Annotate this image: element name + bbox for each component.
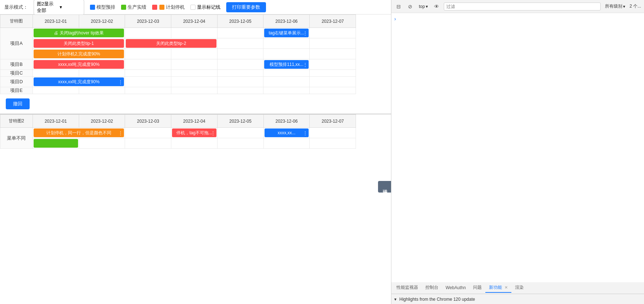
gantt2-table: 甘特图2 2023-12-01 2023-12-02 2023-12-03 20… <box>0 114 356 149</box>
tab-console[interactable]: 控制台 <box>422 283 442 293</box>
project-a-row1-col5[interactable]: tag右键菜单展示... ⋮ <box>263 28 310 38</box>
devtools-toolbar: ⊟ ⊘ top ▾ 👁 所有级别 ▾ 2 个... <box>391 0 644 13</box>
project-a-row1: 项目A 🖨 关闭tag的hover tip效果 <box>0 28 356 38</box>
devtools-tabs: 性能监视器 控制台 WebAuthn 问题 新功能 ✕ 渲染 <box>391 282 644 294</box>
project-a-blue-text: tag右键菜单展示... <box>269 30 304 36</box>
menu-orange-dots[interactable]: ⋮ <box>118 130 123 136</box>
project-b-col5[interactable]: 模型预排111,xx... ⋮ <box>263 59 310 70</box>
menu-row1-col4 <box>217 128 263 138</box>
menu-diff-row1: 菜单不同 计划停机，同一行，但是颜色不同 ⋮ 停机，tag不可拖... ⋮ <box>0 128 356 138</box>
project-a-red1-cell[interactable]: 关闭此类型tip-1 <box>33 38 125 49</box>
legend-planned-label: 计划停机 <box>166 4 185 10</box>
block-icon[interactable]: ⊘ <box>406 2 415 11</box>
project-b-col6 <box>310 59 356 70</box>
project-b-red-bar[interactable]: xxxx,xx吨,完成度90% <box>34 60 124 69</box>
gantt2-section: 甘特图2 2023-12-01 2023-12-02 2023-12-03 20… <box>0 114 391 149</box>
project-d-blue-text: xxxx,xx吨,完成度90% <box>58 79 100 85</box>
project-a-row2-col5 <box>263 38 310 49</box>
legend-mark-label: 显示标记线 <box>197 4 220 10</box>
legend-planned-red-box <box>152 5 157 10</box>
menu-row1-col3[interactable]: 停机，tag不可拖... ⋮ <box>171 128 218 138</box>
gantt2-date-3: 2023-12-04 <box>171 115 218 128</box>
filter-input[interactable] <box>444 3 601 10</box>
menu-blue-bar[interactable]: xxxx,xx... ⋮ <box>265 128 309 137</box>
project-b-col4 <box>217 59 263 70</box>
tab-issues[interactable]: 问题 <box>469 283 485 293</box>
project-a-red2-text: 关闭此类型tip-2 <box>156 41 186 47</box>
top-dropdown[interactable]: top ▾ <box>417 3 429 10</box>
project-c-col4 <box>217 70 263 77</box>
menu-diff-label: 菜单不同 <box>0 128 33 149</box>
project-b-menu-dots[interactable]: ⋮ <box>303 62 308 67</box>
gantt1-date-1: 2023-12-02 <box>79 15 125 28</box>
tab-render[interactable]: 渲染 <box>511 283 527 293</box>
top-chevron-icon: ▾ <box>426 4 428 9</box>
menu-blue-text: xxxx,xx... <box>278 130 295 135</box>
project-e-col1 <box>79 87 125 94</box>
tab-render-label: 渲染 <box>515 285 524 290</box>
toolbar: 显示模式： 图2显示全部 ▾ 模型预排 生产实绩 计划停机 显示标记线 打印重要… <box>0 0 391 14</box>
project-a-orange-bar[interactable]: 计划停机2,完成度90% <box>34 50 124 58</box>
gantt1-header: 甘特图 2023-12-01 2023-12-02 2023-12-03 202… <box>0 15 356 28</box>
expand-arrow-icon[interactable]: › <box>394 16 396 22</box>
menu-dots-icon[interactable]: ⋮ <box>303 30 308 36</box>
detail-panel-button[interactable]: 详细信息 <box>378 181 391 193</box>
undo-button[interactable]: 撤回 <box>6 98 30 109</box>
project-d-menu-dots[interactable]: ⋮ <box>118 79 123 85</box>
tab-webauthn[interactable]: WebAuthn <box>442 284 469 292</box>
menu-red-dots[interactable]: ⋮ <box>211 130 215 136</box>
panel-layout-icon[interactable]: ⊟ <box>394 2 403 11</box>
gantt2-date-2: 2023-12-03 <box>125 115 171 128</box>
tab-performance[interactable]: 性能监视器 <box>393 283 422 293</box>
project-b-row: 项目B xxxx,xx吨,完成度90% 模型预排111,xx... <box>0 59 356 70</box>
project-a-red2-cell[interactable]: 关闭此类型tip-2 <box>125 38 217 49</box>
project-a-red2-bar[interactable]: 关闭此类型tip-2 <box>126 39 216 48</box>
project-c-row: 项目C <box>0 70 356 77</box>
project-a-red1-bar[interactable]: 关闭此类型tip-1 <box>34 39 124 48</box>
gantt1-date-0: 2023-12-01 <box>33 15 79 28</box>
menu-row1-col5[interactable]: xxxx,xx... ⋮ <box>263 128 310 138</box>
project-a-orange-cell[interactable]: 计划停机2,完成度90% <box>33 49 125 59</box>
tab-console-label: 控制台 <box>425 285 438 290</box>
gantt2-date-1: 2023-12-02 <box>79 115 125 128</box>
project-d-label: 项目D <box>0 77 33 87</box>
gantt2-date-5: 2023-12-06 <box>263 115 310 128</box>
project-b-label: 项目B <box>0 59 33 70</box>
project-b-red-cell[interactable]: xxxx,xx吨,完成度90% <box>33 59 125 70</box>
menu-orange-cell[interactable]: 计划停机，同一行，但是颜色不同 ⋮ <box>33 128 125 138</box>
project-e-col4 <box>217 87 263 94</box>
menu-blue-dots[interactable]: ⋮ <box>303 130 308 136</box>
project-a-row3-col6 <box>310 49 356 59</box>
display-mode-select[interactable]: 图2显示全部 ▾ <box>34 0 84 15</box>
gantt1-title-cell: 甘特图 <box>0 15 33 28</box>
project-a-blue-bar[interactable]: tag右键菜单展示... ⋮ <box>264 29 309 37</box>
bottom-arrow-icon[interactable]: ▾ <box>394 297 396 302</box>
all-levels-button[interactable]: 所有级别 ▾ <box>604 3 627 10</box>
project-e-row: 项目E <box>0 87 356 94</box>
menu-green-bar[interactable] <box>34 139 78 148</box>
project-a-row3-col4 <box>217 49 263 59</box>
mark-checkbox[interactable] <box>190 5 196 10</box>
project-a-label: 项目A <box>0 28 33 59</box>
print-button[interactable]: 打印重要参数 <box>226 2 266 12</box>
project-a-bar-green[interactable]: 🖨 关闭tag的hover tip效果 <box>33 28 125 38</box>
gantt2-header: 甘特图2 2023-12-01 2023-12-02 2023-12-03 20… <box>0 115 356 128</box>
menu-orange-bar[interactable]: 计划停机，同一行，但是颜色不同 ⋮ <box>34 128 124 137</box>
eye-icon[interactable]: 👁 <box>432 2 441 11</box>
project-d-blue-bar[interactable]: xxxx,xx吨,完成度90% ⋮ <box>34 77 124 86</box>
project-e-col0 <box>33 87 79 94</box>
tab-new-features-close[interactable]: ✕ <box>505 285 508 290</box>
legend-model: 模型预排 <box>90 4 115 10</box>
tab-new-features[interactable]: 新功能 ✕ <box>485 283 511 293</box>
project-a-row3-col5 <box>263 49 310 59</box>
project-b-blue-bar[interactable]: 模型预排111,xx... ⋮ <box>264 60 309 69</box>
project-d-blue-cell[interactable]: xxxx,xx吨,完成度90% ⋮ <box>33 77 125 87</box>
menu-red-bar[interactable]: 停机，tag不可拖... ⋮ <box>172 128 216 137</box>
menu-row1-col6 <box>310 128 356 138</box>
project-a-green-bar[interactable]: 🖨 关闭tag的hover tip效果 <box>34 29 124 37</box>
project-a-orange-text: 计划停机2,完成度90% <box>57 51 100 57</box>
project-d-col4 <box>217 77 263 87</box>
project-e-col6 <box>310 87 356 94</box>
legend-mark-check[interactable]: 显示标记线 <box>190 4 220 10</box>
menu-row2-col0[interactable] <box>33 138 79 149</box>
